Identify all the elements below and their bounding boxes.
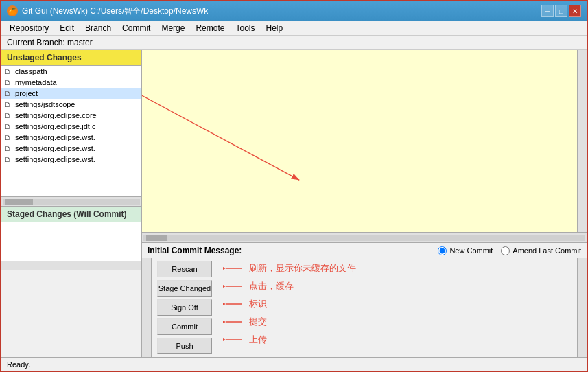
left-panel: Unstaged Changes 🗋.classpath 🗋.mymetadat… <box>1 50 142 357</box>
svg-line-0 <box>142 95 299 180</box>
left-bottom-scrollbar[interactable] <box>1 261 141 270</box>
window-controls: ─ □ ✕ <box>541 5 581 17</box>
stage-changed-button[interactable]: Stage Changed <box>157 280 212 297</box>
commit-area-wrapper: Rescan Stage Changed Sign Off Commit Pus… <box>142 258 587 357</box>
stage-changed-arrow-icon <box>223 281 244 291</box>
commit-right-scrollbar[interactable] <box>577 258 587 357</box>
commit-msg-label: Initial Commit Message: <box>148 246 242 255</box>
commit-annotation: 提交 <box>223 316 574 328</box>
diff-vscrollbar[interactable] <box>577 50 587 232</box>
amend-commit-option[interactable]: Amend Last Commit <box>501 246 581 255</box>
commit-type-radio-group: New Commit Amend Last Commit <box>438 246 581 255</box>
push-button[interactable]: Push <box>157 338 212 354</box>
file-icon: 🗋 <box>4 123 11 130</box>
title-bar-left: 🍊 Git Gui (NewsWk) C:/Users/智全/Desktop/N… <box>7 5 208 17</box>
sign-off-annotation-text: 标识 <box>249 298 267 310</box>
file-icon: 🗋 <box>4 90 11 97</box>
list-item[interactable]: 🗋.project <box>1 88 141 99</box>
commit-annotation-text: 提交 <box>249 316 267 328</box>
list-item[interactable]: 🗋.settings/org.eclipse.core <box>1 110 141 121</box>
annotations-container: 刷新，显示你未缓存的文件 点击，缓存 标识 <box>220 258 577 357</box>
file-icon: 🗋 <box>4 112 11 119</box>
minimize-button[interactable]: ─ <box>541 5 554 17</box>
close-button[interactable]: ✕ <box>569 5 581 17</box>
right-panel: Initial Commit Message: New Commit Amend… <box>142 50 587 357</box>
rescan-annotation: 刷新，显示你未缓存的文件 <box>223 262 574 275</box>
commit-right-area: 刷新，显示你未缓存的文件 点击，缓存 标识 <box>220 258 577 357</box>
status-bar: Ready. <box>1 357 587 371</box>
menu-bar: Repository Edit Branch Commit Merge Remo… <box>1 21 587 36</box>
sign-off-arrow-icon <box>223 299 244 309</box>
menu-branch[interactable]: Branch <box>80 22 117 34</box>
staged-file-list <box>1 222 141 261</box>
diff-hscrollbar[interactable] <box>142 233 587 242</box>
title-bar: 🍊 Git Gui (NewsWk) C:/Users/智全/Desktop/N… <box>1 1 587 21</box>
menu-repository[interactable]: Repository <box>4 22 54 34</box>
commit-arrow-icon <box>223 317 244 327</box>
main-content: Unstaged Changes 🗋.classpath 🗋.mymetadat… <box>1 50 587 357</box>
file-icon: 🗋 <box>4 145 11 152</box>
menu-merge[interactable]: Merge <box>156 22 190 34</box>
sign-off-button[interactable]: Sign Off <box>157 299 212 316</box>
unstaged-header: Unstaged Changes <box>1 50 141 66</box>
rescan-arrow-icon <box>223 264 244 273</box>
unstaged-hscrollbar[interactable] <box>1 196 141 206</box>
push-annotation-text: 上传 <box>249 334 267 346</box>
list-item[interactable]: 🗋.settings/org.eclipse.wst. <box>1 154 141 165</box>
new-commit-option[interactable]: New Commit <box>438 246 493 255</box>
new-commit-label: New Commit <box>449 246 493 255</box>
stage-changed-annotation: 点击，缓存 <box>223 280 574 292</box>
commit-button[interactable]: Commit <box>157 318 212 335</box>
commit-left-scrollbar[interactable] <box>142 258 152 357</box>
action-buttons: Rescan Stage Changed Sign Off Commit Pus… <box>152 258 220 357</box>
menu-remote[interactable]: Remote <box>190 22 230 34</box>
rescan-button[interactable]: Rescan <box>157 261 212 277</box>
maximize-button[interactable]: □ <box>555 5 567 17</box>
commit-msg-header: Initial Commit Message: New Commit Amend… <box>142 243 587 258</box>
list-item[interactable]: 🗋.mymetadata <box>1 77 141 88</box>
list-item[interactable]: 🗋.settings/org.eclipse.wst. <box>1 132 141 143</box>
push-annotation: 上传 <box>223 334 574 346</box>
commit-section: Initial Commit Message: New Commit Amend… <box>142 242 587 357</box>
file-icon: 🗋 <box>4 101 11 108</box>
list-item[interactable]: 🗋.settings/org.eclipse.wst. <box>1 143 141 154</box>
list-item[interactable]: 🗋.settings/jsdtscope <box>1 99 141 110</box>
current-branch-label: Current Branch: master <box>1 36 587 50</box>
window-title: Git Gui (NewsWk) C:/Users/智全/Desktop/New… <box>22 5 208 17</box>
push-arrow-icon <box>223 335 244 345</box>
amend-commit-radio[interactable] <box>501 246 510 255</box>
menu-commit[interactable]: Commit <box>117 22 156 34</box>
unstaged-file-list: 🗋.classpath 🗋.mymetadata 🗋.project 🗋.set… <box>1 66 141 196</box>
file-icon: 🗋 <box>4 79 11 86</box>
menu-tools[interactable]: Tools <box>230 22 260 34</box>
file-icon: 🗋 <box>4 134 11 141</box>
stage-changed-annotation-text: 点击，缓存 <box>249 280 294 292</box>
file-icon: 🗋 <box>4 68 11 75</box>
staged-section: Staged Changes (Will Commit) <box>1 206 141 261</box>
menu-help[interactable]: Help <box>260 22 288 34</box>
new-commit-radio[interactable] <box>438 246 447 255</box>
amend-commit-label: Amend Last Commit <box>513 246 581 255</box>
app-icon: 🍊 <box>7 5 18 16</box>
list-item[interactable]: 🗋.settings/org.eclipse.jdt.c <box>1 121 141 132</box>
rescan-annotation-text: 刷新，显示你未缓存的文件 <box>249 262 356 275</box>
diff-area <box>142 50 587 233</box>
file-icon: 🗋 <box>4 156 11 163</box>
main-window: 🍊 Git Gui (NewsWk) C:/Users/智全/Desktop/N… <box>0 0 588 372</box>
list-item[interactable]: 🗋.classpath <box>1 66 141 77</box>
staged-header: Staged Changes (Will Commit) <box>1 207 141 222</box>
sign-off-annotation: 标识 <box>223 298 574 310</box>
annotation-arrow-svg <box>142 50 587 232</box>
menu-edit[interactable]: Edit <box>54 22 80 34</box>
status-text: Ready. <box>7 360 30 369</box>
